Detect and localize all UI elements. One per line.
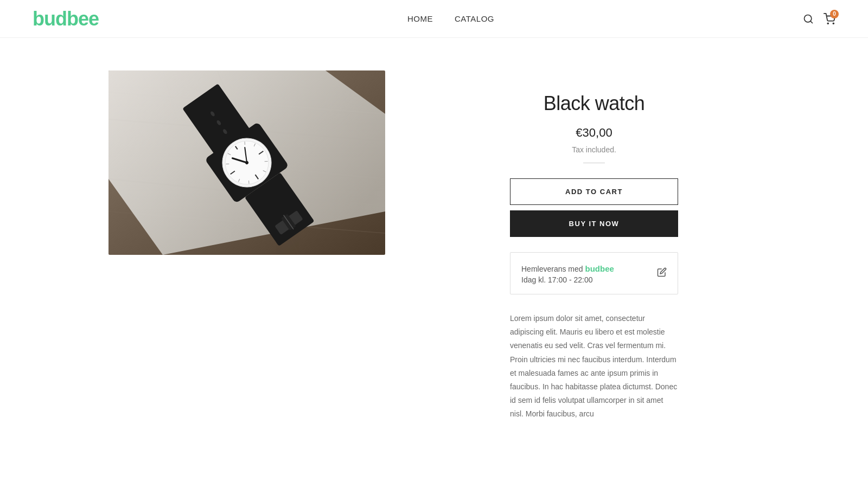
cart-badge: 0 bbox=[830, 10, 839, 18]
product-description: Lorem ipsum dolor sit amet, consectetur … bbox=[510, 312, 678, 421]
product-page: Black watch €30,00 Tax included. ADD TO … bbox=[0, 38, 868, 454]
tax-included-text: Tax included. bbox=[572, 145, 616, 154]
edit-icon[interactable] bbox=[657, 267, 667, 280]
search-icon bbox=[803, 14, 814, 24]
price-divider bbox=[583, 163, 605, 163]
site-logo[interactable]: budbee bbox=[33, 8, 99, 30]
product-image bbox=[108, 70, 385, 255]
delivery-info-box: Hemleverans med budbee Idag kl. 17:00 - … bbox=[510, 252, 678, 294]
nav-home[interactable]: HOME bbox=[407, 14, 433, 23]
svg-line-1 bbox=[810, 21, 813, 23]
main-nav: HOME CATALOG bbox=[407, 14, 494, 23]
svg-point-2 bbox=[827, 23, 828, 24]
svg-point-3 bbox=[833, 23, 834, 24]
nav-catalog[interactable]: CATALOG bbox=[455, 14, 494, 23]
product-price: €30,00 bbox=[576, 126, 612, 140]
delivery-text-container: Hemleverans med budbee Idag kl. 17:00 - … bbox=[521, 262, 614, 284]
delivery-time: Idag kl. 17:00 - 22:00 bbox=[521, 275, 614, 284]
search-button[interactable] bbox=[803, 14, 814, 24]
nav-icons: 0 bbox=[803, 13, 835, 25]
site-header: budbee HOME CATALOG 0 bbox=[0, 0, 868, 38]
cart-button[interactable]: 0 bbox=[824, 13, 835, 25]
product-image-container bbox=[108, 70, 385, 255]
add-to-cart-button[interactable]: ADD TO CART bbox=[510, 178, 678, 205]
buy-now-button[interactable]: BUY IT NOW bbox=[510, 210, 678, 237]
product-details: Black watch €30,00 Tax included. ADD TO … bbox=[429, 70, 760, 421]
product-title: Black watch bbox=[544, 92, 645, 115]
delivery-brand: budbee bbox=[585, 264, 614, 273]
delivery-prefix: Hemleverans med budbee bbox=[521, 262, 614, 275]
